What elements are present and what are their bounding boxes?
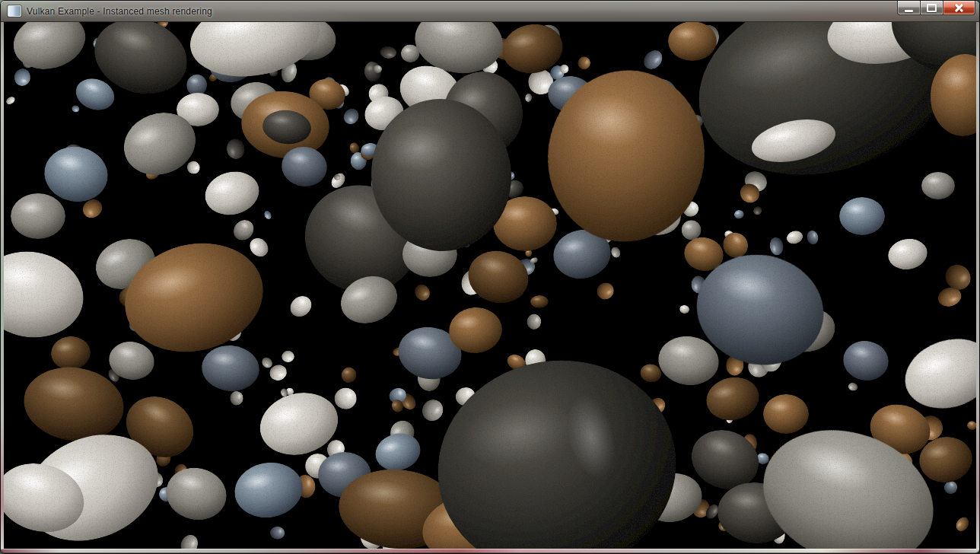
maximize-button[interactable]: [920, 1, 943, 15]
close-icon: [953, 2, 965, 14]
window-controls: [898, 1, 975, 15]
window-title: Vulkan Example - Instanced mesh renderin…: [27, 6, 212, 17]
application-icon[interactable]: [8, 5, 21, 17]
resize-edge-bottom[interactable]: [1, 549, 979, 553]
minimize-icon: [905, 10, 913, 12]
render-viewport[interactable]: [4, 22, 976, 549]
maximize-icon: [927, 4, 937, 12]
resize-edge-right[interactable]: [976, 22, 979, 549]
close-button[interactable]: [943, 1, 975, 15]
window-frame: [1, 22, 979, 549]
app-window: Vulkan Example - Instanced mesh renderin…: [0, 0, 980, 554]
titlebar[interactable]: Vulkan Example - Instanced mesh renderin…: [1, 1, 979, 22]
rock-field-scene: [4, 22, 976, 549]
minimize-button[interactable]: [897, 1, 921, 15]
